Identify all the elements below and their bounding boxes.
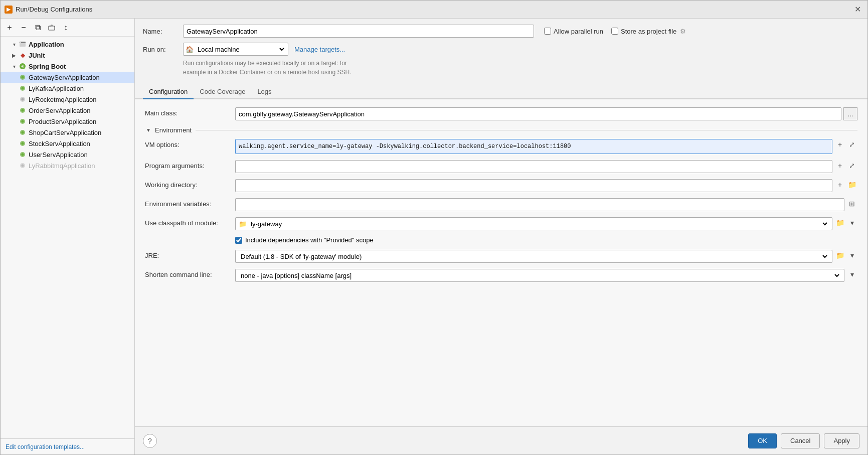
- tree-item-lyrocketmq[interactable]: LyRocketmqApplication: [1, 94, 134, 105]
- env-vars-label: Environment variables:: [145, 198, 235, 208]
- apply-button[interactable]: Apply: [824, 433, 859, 448]
- name-label: Name:: [143, 28, 183, 35]
- env-vars-input[interactable]: [239, 201, 841, 209]
- config-icon-stockserv: [19, 139, 27, 147]
- main-class-browse-button[interactable]: ...: [843, 107, 857, 120]
- vm-options-expand-button[interactable]: ⤢: [846, 139, 857, 150]
- tab-code-coverage[interactable]: Code Coverage: [194, 85, 251, 99]
- store-project-checkbox[interactable]: [611, 28, 618, 35]
- name-input[interactable]: [183, 25, 534, 38]
- jre-browse-button[interactable]: 📁: [834, 250, 845, 261]
- run-on-select[interactable]: 🏠 Local machine: [183, 43, 288, 56]
- classpath-select-wrapper: 📁 ly-gateway: [235, 217, 832, 230]
- store-project-label[interactable]: Store as project file ⚙: [611, 28, 686, 35]
- config-icon-gateway: [19, 73, 27, 81]
- help-button[interactable]: ?: [143, 434, 157, 448]
- svg-point-8: [22, 87, 24, 90]
- store-project-text: Store as project file: [621, 28, 676, 35]
- main-class-label: Main class:: [145, 107, 235, 117]
- tree-label-application: Application: [29, 41, 64, 48]
- main-class-row: Main class: ...: [145, 107, 857, 120]
- environment-collapse-button[interactable]: ▼: [145, 127, 152, 134]
- dialog-title: Run/Debug Configurations: [16, 6, 851, 13]
- main-content: + − ⧉ ↕ ▾: [1, 19, 867, 454]
- tree-label-orderserv: OrderServApplication: [29, 107, 91, 114]
- classpath-dropdown-button[interactable]: ▾: [846, 217, 857, 228]
- ok-button[interactable]: OK: [748, 433, 777, 448]
- tree-item-shopcartserv[interactable]: ShopCartServApplication: [1, 127, 134, 138]
- working-dir-input[interactable]: [239, 182, 829, 190]
- svg-point-10: [22, 98, 24, 101]
- tabs-bar: Configuration Code Coverage Logs: [135, 81, 867, 99]
- shorten-dropdown-button[interactable]: ▾: [846, 269, 857, 280]
- svg-point-22: [22, 165, 24, 167]
- allow-parallel-label[interactable]: Allow parallel run: [544, 28, 603, 35]
- copy-config-button[interactable]: ⧉: [32, 22, 44, 34]
- remove-config-button[interactable]: −: [18, 22, 30, 34]
- classpath-browse-button[interactable]: 📁: [834, 217, 845, 228]
- classpath-dropdown[interactable]: ly-gateway: [249, 220, 829, 228]
- working-dir-actions: + 📁: [834, 179, 857, 190]
- tree-label-productserv: ProductServApplication: [29, 118, 96, 125]
- parallel-run-area: Allow parallel run Store as project file…: [544, 28, 686, 35]
- tree-item-springboot[interactable]: ▾ Spring Boot: [1, 61, 134, 72]
- vm-options-add-button[interactable]: +: [834, 139, 845, 150]
- program-args-input[interactable]: [239, 163, 829, 171]
- svg-point-18: [22, 142, 24, 145]
- include-deps-checkbox[interactable]: [235, 237, 242, 244]
- allow-parallel-checkbox[interactable]: [544, 28, 551, 35]
- title-bar: ▶ Run/Debug Configurations ✕: [1, 1, 867, 19]
- tree-label-springboot: Spring Boot: [29, 63, 66, 70]
- jre-dropdown-button[interactable]: ▾: [846, 250, 857, 261]
- tree-item-gateway[interactable]: GatewayServApplication: [1, 72, 134, 83]
- hint-line2: example in a Docker Container or on a re…: [183, 69, 352, 76]
- svg-point-14: [22, 120, 24, 123]
- tree-label-gateway: GatewayServApplication: [29, 74, 100, 81]
- tree-label-lykafka: LyKafkaApplication: [29, 85, 84, 92]
- tree-item-productserv[interactable]: ProductServApplication: [1, 116, 134, 127]
- left-panel: + − ⧉ ↕ ▾: [1, 19, 135, 454]
- junit-icon: ◆: [19, 51, 27, 59]
- jre-dropdown[interactable]: Default (1.8 - SDK of 'ly-gateway' modul…: [239, 252, 829, 261]
- tree-item-junit[interactable]: ▶ ◆ JUnit: [1, 50, 134, 61]
- classpath-label: Use classpath of module:: [145, 217, 235, 227]
- name-row: Name: Allow parallel run Store as projec…: [143, 25, 859, 38]
- move-to-folder-button[interactable]: [46, 22, 58, 34]
- close-button[interactable]: ✕: [851, 4, 863, 16]
- working-dir-add-button[interactable]: +: [834, 179, 845, 190]
- tab-logs[interactable]: Logs: [251, 85, 277, 99]
- svg-point-12: [22, 109, 24, 112]
- shorten-dropdown[interactable]: none - java [options] className [args]: [239, 271, 841, 280]
- add-config-button[interactable]: +: [4, 22, 16, 34]
- working-dir-browse-button[interactable]: 📁: [846, 179, 857, 190]
- tree-item-application[interactable]: ▾ Application: [1, 39, 134, 50]
- tree-item-lykafka[interactable]: LyKafkaApplication: [1, 83, 134, 94]
- edit-templates-link[interactable]: Edit configuration templates...: [6, 443, 85, 450]
- tree-item-userserv[interactable]: UserServApplication: [1, 149, 134, 160]
- tab-configuration[interactable]: Configuration: [143, 85, 194, 99]
- config-icon-lykafka: [19, 84, 27, 92]
- shorten-actions: ▾: [846, 269, 857, 280]
- run-on-dropdown[interactable]: Local machine: [196, 45, 286, 54]
- program-args-add-button[interactable]: +: [834, 160, 845, 171]
- svg-rect-0: [49, 26, 55, 30]
- env-vars-actions: ⊞: [846, 198, 857, 209]
- tree-label-userserv: UserServApplication: [29, 151, 88, 159]
- tree-item-lyrabbitmq[interactable]: LyRabbitmqApplication: [1, 160, 134, 171]
- main-class-input[interactable]: [239, 110, 838, 118]
- left-footer: Edit configuration templates...: [1, 438, 134, 454]
- program-args-label: Program arguments:: [145, 160, 235, 170]
- vm-options-actions: + ⤢: [834, 139, 857, 150]
- manage-targets-link[interactable]: Manage targets...: [294, 46, 345, 53]
- cancel-button[interactable]: Cancel: [781, 433, 820, 448]
- env-vars-edit-button[interactable]: ⊞: [846, 198, 857, 209]
- program-args-expand-button[interactable]: ⤢: [846, 160, 857, 171]
- sort-button[interactable]: ↕: [60, 22, 72, 34]
- tree-item-stockserv[interactable]: StockServApplication: [1, 138, 134, 149]
- shorten-label: Shorten command line:: [145, 269, 235, 278]
- tree-item-orderserv[interactable]: OrderServApplication: [1, 105, 134, 116]
- jre-actions: 📁 ▾: [834, 250, 857, 261]
- tree-label-lyrocketmq: LyRocketmqApplication: [29, 96, 96, 103]
- chevron-junit: ▶: [11, 52, 18, 59]
- allow-parallel-text: Allow parallel run: [554, 28, 603, 35]
